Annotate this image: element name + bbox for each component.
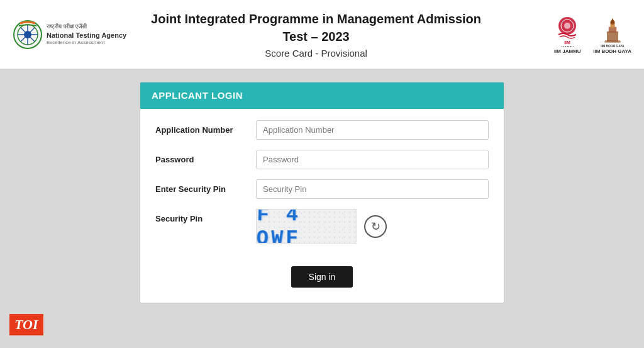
nta-logo-area: राष्ट्रीय परीक्षा एजेंसी National Testin… [13, 20, 126, 50]
nta-text: राष्ट्रीय परीक्षा एजेंसी National Testin… [47, 23, 126, 45]
nta-hindi-label: राष्ट्रीय परीक्षा एजेंसी [47, 23, 126, 31]
iim-jammu-logo: IIM JAMMU IIM JAMMU [551, 14, 584, 54]
signin-button[interactable]: Sign in [291, 266, 353, 288]
top-bar: राष्ट्रीय परीक्षा एजेंसी National Testin… [0, 0, 644, 69]
card-header: APPLICANT LOGIN [140, 82, 504, 109]
iim-bodhgaya-icon: IIM BODH GAYA [596, 14, 629, 47]
nta-emblem-icon [13, 20, 43, 50]
header-title-area: Joint Integrated Programme in Management… [126, 10, 506, 59]
captcha-group: Security Pin F 4 QWF ↻ [155, 209, 489, 256]
nta-english-label: National Testing Agency [47, 31, 126, 40]
card-body: Application Number Password Enter Securi… [140, 109, 504, 303]
refresh-icon: ↻ [371, 220, 380, 233]
iim-bodhgaya-logo: IIM BODH GAYA IIM BODH GAYA [593, 14, 631, 54]
page-title: Joint Integrated Programme in Management… [139, 10, 493, 45]
toi-badge: TOI [9, 314, 43, 335]
nta-logo: राष्ट्रीय परीक्षा एजेंसी National Testin… [13, 20, 126, 50]
application-number-input[interactable] [256, 120, 489, 140]
svg-text:IIM: IIM [564, 40, 570, 45]
password-input[interactable] [256, 150, 489, 169]
svg-rect-17 [607, 31, 618, 42]
svg-rect-22 [604, 40, 620, 43]
iim-jammu-icon: IIM JAMMU [551, 14, 584, 47]
refresh-captcha-button[interactable]: ↻ [364, 215, 387, 238]
iim-jammu-label: IIM JAMMU [554, 48, 581, 54]
application-number-label: Application Number [155, 120, 256, 135]
main-content: APPLICANT LOGIN Application Number Passw… [0, 69, 644, 348]
right-logos-area: IIM JAMMU IIM JAMMU IIM BODH GAYA IIM BO… [506, 14, 631, 54]
svg-point-21 [610, 20, 614, 25]
password-label: Password [155, 150, 256, 164]
nta-sub-label: Excellence in Assessment [47, 40, 126, 45]
password-group: Password [155, 150, 489, 169]
signin-area: Sign in [155, 266, 489, 288]
captcha-label: Security Pin [155, 209, 256, 223]
svg-text:IIM BODH GAYA: IIM BODH GAYA [601, 45, 625, 47]
login-card: APPLICANT LOGIN Application Number Passw… [140, 82, 504, 303]
card-header-title: APPLICANT LOGIN [152, 90, 243, 101]
iim-bodhgaya-label: IIM BODH GAYA [593, 48, 631, 54]
application-number-group: Application Number [155, 120, 489, 140]
captcha-text: F 4 QWF [256, 209, 357, 244]
captcha-image: F 4 QWF [256, 209, 357, 244]
security-pin-input-group: Enter Security Pin [155, 179, 489, 199]
captcha-area: F 4 QWF ↻ [256, 209, 387, 244]
page-subtitle: Score Card - Provisional [139, 48, 493, 59]
svg-point-14 [564, 23, 570, 29]
security-pin-input[interactable] [256, 179, 489, 199]
security-pin-label: Enter Security Pin [155, 179, 256, 194]
svg-text:JAMMU: JAMMU [561, 45, 574, 47]
